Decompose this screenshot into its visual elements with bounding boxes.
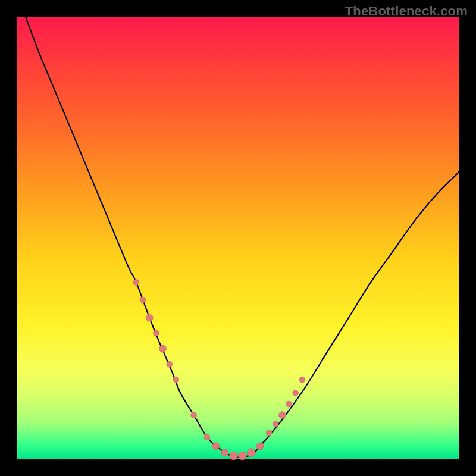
marker-point — [153, 330, 159, 336]
marker-point — [191, 412, 197, 418]
marker-point — [247, 449, 255, 457]
marker-point — [278, 412, 286, 419]
marker-point — [140, 297, 146, 303]
chart-frame: TheBottleneck.com — [0, 0, 476, 476]
marker-point — [146, 314, 153, 321]
marker-point — [238, 452, 246, 460]
marker-point — [204, 434, 210, 440]
watermark-text: TheBottleneck.com — [345, 4, 468, 19]
marker-point — [173, 377, 179, 383]
marker-point — [159, 345, 167, 352]
marker-point — [133, 279, 139, 285]
marker-point — [293, 390, 299, 396]
bottleneck-curve — [26, 17, 459, 457]
marker-point — [167, 361, 173, 367]
marker-point — [256, 443, 264, 450]
marker-point — [212, 443, 220, 450]
marker-point — [266, 430, 272, 436]
chart-svg — [17, 17, 459, 459]
marker-point — [286, 401, 292, 407]
marker-point — [273, 421, 278, 427]
marker-point — [299, 377, 305, 383]
marker-group — [133, 279, 305, 460]
marker-point — [221, 449, 228, 456]
marker-point — [230, 452, 238, 460]
chart-plot-area — [17, 17, 459, 459]
